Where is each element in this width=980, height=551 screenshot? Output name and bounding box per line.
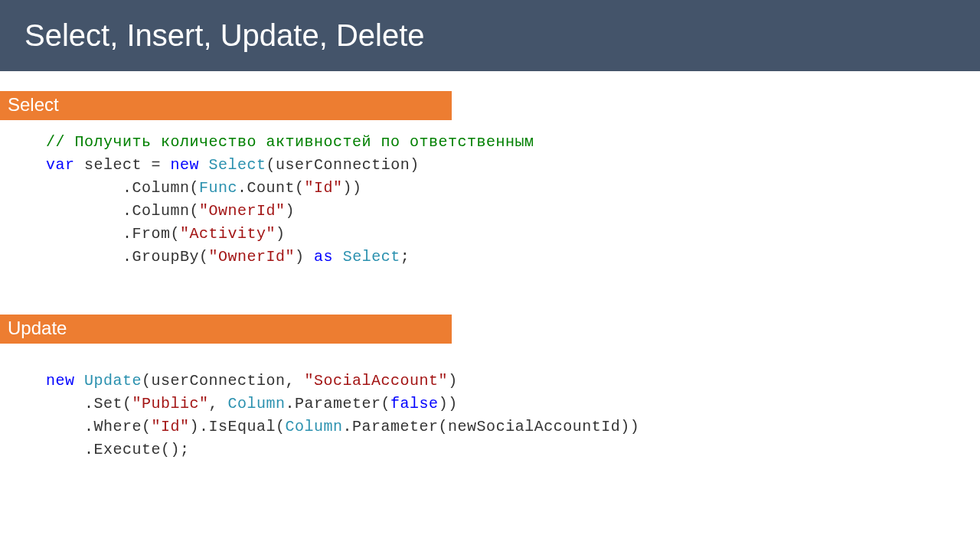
str-social: "SocialAccount" [305,372,449,390]
u-l2c: .Parameter( [286,395,391,412]
kw-as: as [314,248,333,266]
kw-new: new [171,156,200,174]
l2a: .Column( [46,179,199,197]
u-l2a: .Set( [46,395,132,412]
u-l3a: .Where( [46,418,152,435]
type-select2: Select [343,248,400,266]
type-func: Func [199,179,237,197]
kw-false: false [390,395,439,412]
sp [333,248,343,266]
u-l2d: )) [439,395,458,412]
type-update: Update [84,372,142,390]
str-activity: "Activity" [180,225,276,243]
l4b: ) [276,225,286,243]
str-id: "Id" [305,179,343,197]
slide-title: Select, Insert, Update, Delete [0,0,980,71]
str-ownerid: "OwnerId" [199,202,286,220]
args: (userConnection) [266,156,420,174]
str-public: "Public" [132,395,209,412]
u-l4: .Execute(); [46,441,190,458]
l5a: .GroupBy( [46,248,209,266]
type-select: Select [209,156,266,174]
eq: = [142,156,171,174]
code-block-select: // Получить количество активностей по от… [0,120,980,269]
l4a: .From( [46,225,180,243]
u-l1b: ) [448,372,458,390]
l3a: .Column( [46,202,199,220]
l2c: )) [343,179,362,197]
code-block-update: new Update(userConnection, "SocialAccoun… [0,344,980,461]
type-column2: Column [286,418,343,435]
str-id-u: "Id" [152,418,190,435]
l2b: .Count( [237,179,305,197]
kw-var: var [46,156,75,174]
sp-u [75,372,85,390]
type-column: Column [228,395,286,412]
u-l3b: ).IsEqual( [190,418,286,435]
l5b: ) [295,248,314,266]
section-label-select: Select [0,91,452,120]
str-ownerid2: "OwnerId" [209,248,296,266]
u-l1a: (userConnection, [142,372,305,390]
section-label-update: Update [0,315,452,344]
l3b: ) [286,202,296,220]
kw-new-u: new [46,372,75,390]
semi: ; [400,248,410,266]
code-comment: // Получить количество активностей по от… [46,133,534,151]
u-l2b: , [209,395,228,412]
u-l3c: .Parameter(newSocialAccountId)) [343,418,640,435]
ident-select: select [84,156,142,174]
